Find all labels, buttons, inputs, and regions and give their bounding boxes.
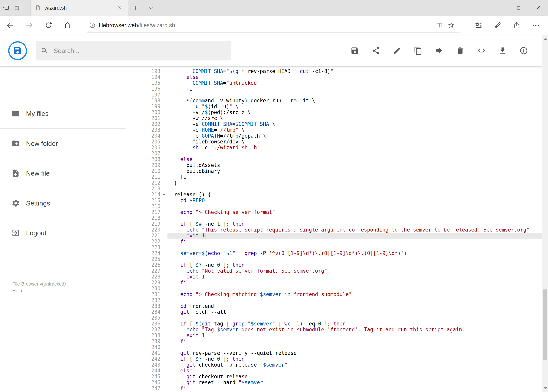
- sidebar-item-my-files[interactable]: My files: [0, 99, 129, 128]
- code-line[interactable]: [167, 344, 542, 350]
- share-page-button[interactable]: [510, 18, 524, 32]
- search-bar[interactable]: [36, 41, 231, 61]
- fold-marker-icon[interactable]: ▾: [160, 192, 167, 197]
- copy-button[interactable]: [414, 46, 422, 55]
- web-note-pen-button[interactable]: [491, 18, 505, 32]
- code-line[interactable]: [167, 256, 542, 262]
- search-input[interactable]: [53, 47, 226, 55]
- code-editor[interactable]: 1931941951961971981992002012022032042052…: [133, 66, 542, 392]
- set-tabs-aside-button[interactable]: [0, 0, 12, 16]
- more-options-button[interactable]: [529, 18, 543, 32]
- code-line[interactable]: fi: [167, 174, 542, 180]
- maximize-button[interactable]: [509, 0, 528, 16]
- code-line[interactable]: echo "> Checking matching $semver in fro…: [167, 291, 542, 297]
- code-line[interactable]: -e GOPATH=//tmp/gopath \: [167, 133, 542, 139]
- code-line[interactable]: cd frontend: [167, 303, 542, 309]
- tab-preview-chevron-icon[interactable]: [143, 0, 158, 16]
- code-line[interactable]: git reset --hard "$semver": [167, 379, 542, 385]
- code-line[interactable]: }: [167, 180, 542, 186]
- tab-close-icon[interactable]: [115, 4, 124, 12]
- code-line[interactable]: [167, 286, 542, 291]
- refresh-button[interactable]: [42, 18, 55, 32]
- browser-tab[interactable]: wizard.sh: [30, 0, 128, 16]
- scrollbar-thumb[interactable]: [543, 289, 547, 360]
- sidebar-item-logout[interactable]: Logout: [0, 218, 129, 248]
- code-line[interactable]: buildAssets: [167, 162, 542, 168]
- scroll-down-arrow-icon[interactable]: [544, 387, 547, 389]
- code-line[interactable]: [167, 203, 542, 209]
- new-tab-button[interactable]: +: [128, 0, 143, 16]
- code-line[interactable]: git checkout release: [167, 374, 542, 379]
- url-text[interactable]: filebrowser.web/files/wizard.sh: [99, 22, 434, 28]
- tabs-preview-button[interactable]: [12, 0, 23, 16]
- code-line[interactable]: fi: [167, 238, 542, 245]
- code-line[interactable]: git fetch --all: [167, 309, 542, 315]
- reading-view-button[interactable]: [434, 19, 445, 31]
- code-line[interactable]: [167, 150, 542, 156]
- code-line[interactable]: filebrowser/dev \: [167, 139, 542, 145]
- code-line[interactable]: sh -c "./wizard.sh -b": [167, 145, 542, 150]
- code-line[interactable]: echo "This release script requires a sin…: [167, 227, 542, 233]
- minimize-button[interactable]: [489, 0, 509, 16]
- sidebar-item-new-file[interactable]: New file: [0, 158, 129, 188]
- code-line[interactable]: -w //src \: [167, 115, 542, 121]
- save-button[interactable]: [350, 46, 359, 55]
- code-line[interactable]: echo "Not valid semver format. See semve…: [167, 268, 542, 274]
- code-line[interactable]: else: [167, 74, 542, 80]
- code-line[interactable]: -v /$(pwd):/src:z \: [167, 109, 542, 115]
- code-line[interactable]: exit 1: [167, 274, 542, 280]
- code-line[interactable]: [167, 245, 542, 250]
- code-line[interactable]: release () {: [167, 192, 542, 197]
- back-button[interactable]: [3, 18, 17, 32]
- code-line[interactable]: if [ $(git tag | grep "$semver" | wc -l)…: [167, 321, 542, 327]
- code-line[interactable]: $(command -v winpty) docker run --rm -it…: [167, 98, 542, 104]
- code-line[interactable]: fi: [167, 86, 542, 92]
- close-button[interactable]: [528, 0, 548, 16]
- info-button[interactable]: [520, 46, 528, 55]
- code-line[interactable]: [167, 186, 542, 192]
- rename-button[interactable]: [393, 46, 401, 55]
- add-favorite-star-icon[interactable]: [445, 19, 457, 31]
- code-line[interactable]: else: [167, 368, 542, 374]
- code-line[interactable]: exit 1: [167, 333, 542, 338]
- forward-button[interactable]: [22, 18, 36, 32]
- code-line[interactable]: -e COMMIT_SHA=$COMMIT_SHA \: [167, 121, 542, 127]
- code-line[interactable]: [167, 215, 542, 221]
- share-button[interactable]: [372, 46, 380, 55]
- sidebar-item-new-folder[interactable]: New folder: [0, 129, 129, 158]
- code-line[interactable]: if [ $? -ne 0 ]; then: [167, 262, 542, 268]
- code-view-button[interactable]: [477, 46, 486, 55]
- sidebar-item-settings[interactable]: Settings: [0, 188, 129, 218]
- code-line[interactable]: if [ $# -ne 1 ]; then: [167, 221, 542, 227]
- code-line[interactable]: echo "Tag $semver does not exist in subm…: [167, 327, 542, 333]
- code-line[interactable]: fi: [167, 385, 542, 391]
- scroll-up-arrow-icon[interactable]: [544, 38, 547, 40]
- home-button[interactable]: [61, 18, 75, 32]
- code-line[interactable]: buildBinary: [167, 168, 542, 174]
- delete-button[interactable]: [456, 46, 465, 55]
- code-line[interactable]: [167, 315, 542, 321]
- code-line[interactable]: COMMIT_SHA="untracked": [167, 80, 542, 86]
- code-line[interactable]: fi: [167, 280, 542, 286]
- editor-code[interactable]: COMMIT_SHA="$(git rev-parse HEAD | cut -…: [167, 68, 542, 392]
- code-line[interactable]: fi: [167, 338, 542, 344]
- code-line[interactable]: git rev-parse --verify --quiet release: [167, 350, 542, 356]
- code-line[interactable]: if [ $? -ne 0 ]; then: [167, 356, 542, 362]
- code-line[interactable]: cd $REPO: [167, 197, 542, 203]
- help-link[interactable]: Help: [12, 287, 129, 294]
- filebrowser-logo-icon[interactable]: [8, 41, 27, 60]
- code-line[interactable]: [167, 92, 542, 98]
- code-line[interactable]: [167, 297, 542, 303]
- address-bar[interactable]: filebrowser.web/files/wizard.sh: [86, 18, 460, 33]
- code-line[interactable]: exit 1: [167, 233, 542, 238]
- code-line[interactable]: git checkout -b release "$semver": [167, 362, 542, 368]
- code-line[interactable]: echo "> Checking semver format": [167, 209, 542, 215]
- download-button[interactable]: [498, 46, 507, 55]
- code-line[interactable]: else: [167, 156, 542, 162]
- site-info-icon[interactable]: [89, 22, 96, 28]
- code-line[interactable]: COMMIT_SHA="$(git rev-parse HEAD | cut -…: [167, 68, 542, 74]
- code-line[interactable]: -u "$(id -u)" \: [167, 104, 542, 109]
- hub-favorites-button[interactable]: [471, 18, 486, 32]
- vertical-scrollbar[interactable]: [542, 35, 548, 392]
- code-line[interactable]: semver=$(echo "$1" | grep -P '^v(0|[1-9]…: [167, 250, 542, 256]
